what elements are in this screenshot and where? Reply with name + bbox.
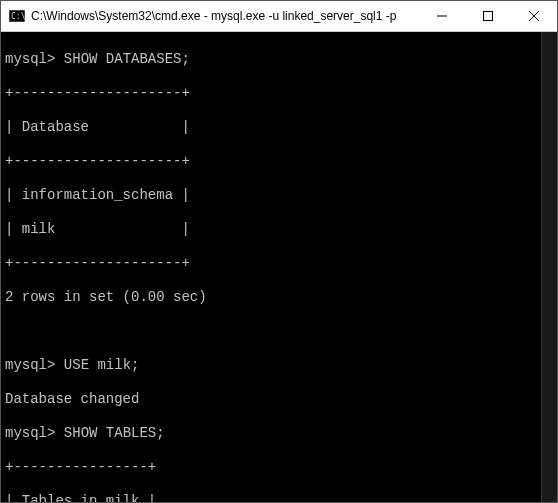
- svg-text:C:\: C:\: [11, 12, 25, 21]
- terminal-line: 2 rows in set (0.00 sec): [5, 289, 553, 306]
- scrollbar[interactable]: [541, 32, 557, 502]
- terminal-line: mysql> USE milk;: [5, 357, 553, 374]
- titlebar[interactable]: C:\ C:\Windows\System32\cmd.exe - mysql.…: [1, 1, 557, 32]
- terminal-area[interactable]: mysql> SHOW DATABASES; +----------------…: [1, 32, 557, 502]
- terminal-line: +--------------------+: [5, 85, 553, 102]
- terminal-line: +----------------+: [5, 459, 553, 476]
- terminal-line: [5, 323, 553, 340]
- terminal-line: mysql> SHOW TABLES;: [5, 425, 553, 442]
- terminal-line: mysql> SHOW DATABASES;: [5, 51, 553, 68]
- close-button[interactable]: [511, 1, 557, 31]
- cmd-window: C:\ C:\Windows\System32\cmd.exe - mysql.…: [0, 0, 558, 503]
- maximize-button[interactable]: [465, 1, 511, 31]
- terminal-line: | milk |: [5, 221, 553, 238]
- svg-rect-3: [484, 12, 493, 21]
- window-title: C:\Windows\System32\cmd.exe - mysql.exe …: [31, 9, 419, 23]
- terminal-line: +--------------------+: [5, 255, 553, 272]
- terminal-line: | Tables_in_milk |: [5, 493, 553, 502]
- minimize-button[interactable]: [419, 1, 465, 31]
- terminal-line: +--------------------+: [5, 153, 553, 170]
- cmd-icon: C:\: [9, 8, 25, 24]
- window-controls: [419, 1, 557, 31]
- terminal-line: | information_schema |: [5, 187, 553, 204]
- terminal-line: | Database |: [5, 119, 553, 136]
- terminal-line: Database changed: [5, 391, 553, 408]
